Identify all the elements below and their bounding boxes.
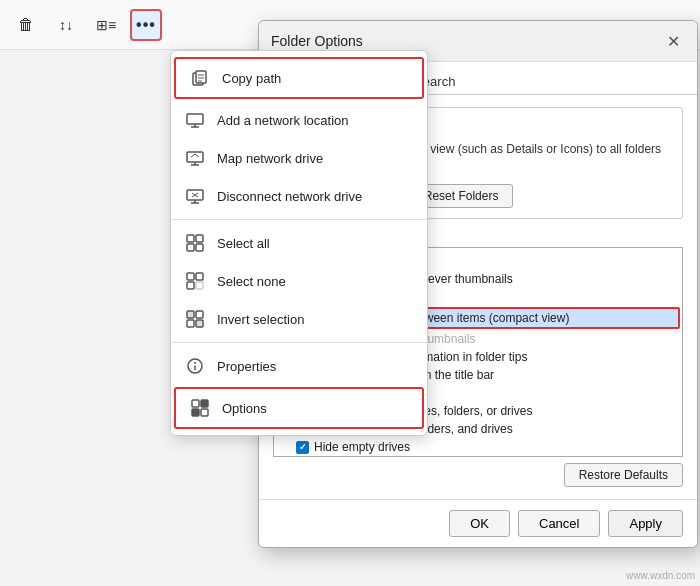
properties-label: Properties	[217, 359, 276, 374]
menu-item-select-all[interactable]: Select all	[171, 224, 427, 262]
disconnect-drive-label: Disconnect network drive	[217, 189, 362, 204]
add-network-icon	[185, 110, 205, 130]
svg-rect-20	[187, 273, 194, 280]
properties-icon	[185, 356, 205, 376]
select-all-icon	[185, 233, 205, 253]
svg-rect-27	[196, 320, 203, 327]
options-icon	[190, 398, 210, 418]
select-all-label: Select all	[217, 236, 270, 251]
svg-rect-16	[187, 235, 194, 242]
menu-item-add-network[interactable]: Add a network location	[171, 101, 427, 139]
svg-rect-32	[201, 400, 208, 407]
svg-rect-31	[192, 400, 199, 407]
menu-item-copy-path[interactable]: Copy path	[174, 57, 424, 99]
svg-rect-22	[187, 282, 194, 289]
apply-button[interactable]: Apply	[608, 510, 683, 537]
menu-item-properties[interactable]: Properties	[171, 347, 427, 385]
more-button[interactable]: •••	[130, 9, 162, 41]
svg-rect-25	[196, 311, 203, 318]
map-drive-icon	[185, 148, 205, 168]
menu-item-invert-selection[interactable]: Invert selection	[171, 300, 427, 338]
map-drive-label: Map network drive	[217, 151, 323, 166]
svg-rect-23	[196, 282, 203, 289]
svg-rect-5	[187, 114, 203, 124]
menu-item-map-drive[interactable]: Map network drive	[171, 139, 427, 177]
svg-rect-33	[192, 409, 199, 416]
label-hide-empty-drives: Hide empty drives	[314, 440, 410, 454]
copy-path-icon	[190, 68, 210, 88]
tree-item-hide-extensions[interactable]: Hide extensions for known file types	[274, 456, 682, 457]
delete-button[interactable]: 🗑	[10, 9, 42, 41]
ok-button[interactable]: OK	[449, 510, 510, 537]
svg-rect-18	[187, 244, 194, 251]
svg-rect-24	[187, 311, 194, 318]
tree-item-hide-empty-drives[interactable]: Hide empty drives	[274, 438, 682, 456]
sort-button[interactable]: ↕↓	[50, 9, 82, 41]
invert-selection-icon	[185, 309, 205, 329]
svg-rect-19	[196, 244, 203, 251]
menu-item-options[interactable]: Options	[174, 387, 424, 429]
menu-item-disconnect-drive[interactable]: Disconnect network drive	[171, 177, 427, 215]
menu-divider-1	[171, 219, 427, 220]
options-label: Options	[222, 401, 267, 416]
menu-divider-2	[171, 342, 427, 343]
dropdown-menu: Copy path Add a network location Map net…	[170, 50, 428, 436]
svg-point-29	[194, 362, 196, 364]
svg-rect-17	[196, 235, 203, 242]
checkbox-hide-empty-drives[interactable]	[296, 441, 309, 454]
add-network-label: Add a network location	[217, 113, 349, 128]
restore-row: Restore Defaults	[273, 463, 683, 487]
svg-rect-34	[201, 409, 208, 416]
dialog-footer: OK Cancel Apply	[259, 499, 697, 547]
select-none-label: Select none	[217, 274, 286, 289]
cancel-button[interactable]: Cancel	[518, 510, 600, 537]
dialog-title: Folder Options	[271, 33, 363, 49]
select-none-icon	[185, 271, 205, 291]
dialog-close-button[interactable]: ✕	[661, 29, 685, 53]
restore-defaults-button[interactable]: Restore Defaults	[564, 463, 683, 487]
invert-selection-label: Invert selection	[217, 312, 304, 327]
menu-item-select-none[interactable]: Select none	[171, 262, 427, 300]
group-button[interactable]: ⊞≡	[90, 9, 122, 41]
svg-rect-26	[187, 320, 194, 327]
disconnect-drive-icon	[185, 186, 205, 206]
svg-rect-21	[196, 273, 203, 280]
watermark: www.wxdn.com	[626, 570, 695, 581]
copy-path-label: Copy path	[222, 71, 281, 86]
